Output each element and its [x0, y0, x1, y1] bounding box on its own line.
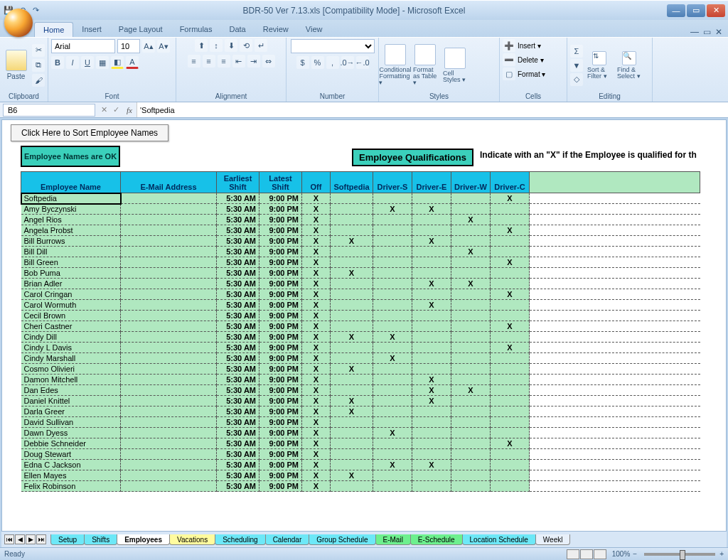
- fill-icon[interactable]: ▼: [570, 59, 583, 72]
- data-cell[interactable]: 9:00 PM: [259, 247, 302, 257]
- cancel-formula-icon[interactable]: ✕: [98, 105, 110, 114]
- employee-name-cell[interactable]: Daniel Knittel: [21, 396, 121, 406]
- data-cell[interactable]: [373, 470, 412, 481]
- data-cell[interactable]: [491, 460, 530, 470]
- data-cell[interactable]: [121, 353, 217, 364]
- data-cell[interactable]: [373, 396, 412, 406]
- find-select-button[interactable]: 🔍Find & Select ▾: [616, 48, 643, 82]
- currency-icon[interactable]: $: [296, 56, 309, 69]
- employee-name-cell[interactable]: Cindy Marshall: [21, 353, 121, 364]
- data-cell[interactable]: [451, 257, 491, 268]
- data-cell[interactable]: 9:00 PM: [259, 321, 302, 332]
- align-center-icon[interactable]: ≡: [203, 55, 215, 68]
- empty-cell[interactable]: [530, 300, 700, 311]
- align-bottom-icon[interactable]: ⬇: [225, 39, 237, 52]
- mdi-restore-icon[interactable]: ▭: [703, 27, 711, 37]
- data-cell[interactable]: [373, 481, 412, 492]
- data-cell[interactable]: X: [491, 321, 530, 332]
- employee-name-cell[interactable]: Angela Probst: [21, 225, 121, 236]
- data-cell[interactable]: [491, 353, 530, 364]
- col-header[interactable]: Driver-S: [373, 172, 412, 193]
- data-cell[interactable]: X: [491, 225, 530, 236]
- data-cell[interactable]: [121, 215, 217, 225]
- employee-name-cell[interactable]: Darla Greer: [21, 406, 121, 417]
- data-cell[interactable]: X: [331, 396, 373, 406]
- data-cell[interactable]: 9:00 PM: [259, 375, 302, 385]
- employee-name-cell[interactable]: Dawn Dyess: [21, 428, 121, 438]
- data-cell[interactable]: 5:30 AM: [217, 225, 259, 236]
- empty-cell[interactable]: [530, 353, 700, 364]
- data-cell[interactable]: X: [302, 396, 331, 406]
- window-close[interactable]: ✕: [707, 4, 725, 17]
- grow-font-icon[interactable]: A▴: [142, 40, 155, 53]
- fx-icon[interactable]: fx: [122, 106, 136, 114]
- employee-name-cell[interactable]: Debbie Schneider: [21, 438, 121, 449]
- data-cell[interactable]: [373, 364, 412, 375]
- data-cell[interactable]: [491, 385, 530, 396]
- data-cell[interactable]: X: [451, 385, 491, 396]
- data-cell[interactable]: [373, 375, 412, 385]
- empty-cell[interactable]: [530, 417, 700, 428]
- employee-name-cell[interactable]: Bill Burrows: [21, 236, 121, 247]
- data-cell[interactable]: 9:00 PM: [259, 193, 302, 204]
- data-cell[interactable]: 5:30 AM: [217, 428, 259, 438]
- sheet-tab-setup[interactable]: Setup: [50, 534, 85, 545]
- data-cell[interactable]: X: [331, 470, 373, 481]
- ribbon-tab-review[interactable]: Review: [255, 22, 297, 37]
- data-cell[interactable]: 9:00 PM: [259, 311, 302, 321]
- data-cell[interactable]: 5:30 AM: [217, 385, 259, 396]
- data-cell[interactable]: [373, 300, 412, 311]
- data-cell[interactable]: X: [491, 343, 530, 353]
- data-cell[interactable]: 5:30 AM: [217, 438, 259, 449]
- data-cell[interactable]: 5:30 AM: [217, 311, 259, 321]
- data-cell[interactable]: [373, 225, 412, 236]
- underline-icon[interactable]: U: [81, 56, 94, 69]
- data-cell[interactable]: 5:30 AM: [217, 396, 259, 406]
- percent-icon[interactable]: %: [311, 56, 324, 69]
- data-cell[interactable]: X: [302, 449, 331, 460]
- data-cell[interactable]: [412, 268, 451, 279]
- data-cell[interactable]: X: [302, 204, 331, 215]
- data-cell[interactable]: 5:30 AM: [217, 236, 259, 247]
- empty-cell[interactable]: [530, 236, 700, 247]
- number-format-select[interactable]: [291, 39, 375, 53]
- empty-cell[interactable]: [530, 460, 700, 470]
- empty-cell[interactable]: [530, 396, 700, 406]
- data-cell[interactable]: X: [373, 204, 412, 215]
- mdi-close-icon[interactable]: ✕: [715, 27, 722, 37]
- data-cell[interactable]: [331, 460, 373, 470]
- data-cell[interactable]: 9:00 PM: [259, 406, 302, 417]
- data-cell[interactable]: X: [302, 225, 331, 236]
- data-cell[interactable]: 5:30 AM: [217, 279, 259, 289]
- col-header[interactable]: E-Mail Address: [121, 172, 217, 193]
- ribbon-tab-page-layout[interactable]: Page Layout: [110, 22, 171, 37]
- data-cell[interactable]: [331, 193, 373, 204]
- employee-name-cell[interactable]: Felix Robinson: [21, 481, 121, 492]
- data-cell[interactable]: [451, 417, 491, 428]
- employee-name-cell[interactable]: Carol Wormuth: [21, 300, 121, 311]
- data-cell[interactable]: X: [331, 332, 373, 343]
- increase-indent-icon[interactable]: ⇥: [247, 55, 260, 68]
- data-cell[interactable]: [451, 481, 491, 492]
- data-cell[interactable]: [121, 279, 217, 289]
- sheet-tab-location-schedule[interactable]: Location Schedule: [462, 534, 536, 545]
- data-cell[interactable]: [331, 300, 373, 311]
- data-cell[interactable]: [412, 321, 451, 332]
- data-cell[interactable]: [491, 300, 530, 311]
- data-cell[interactable]: X: [412, 460, 451, 470]
- data-cell[interactable]: 9:00 PM: [259, 438, 302, 449]
- data-cell[interactable]: [121, 268, 217, 279]
- employee-name-cell[interactable]: Bill Green: [21, 257, 121, 268]
- data-cell[interactable]: X: [302, 375, 331, 385]
- data-cell[interactable]: X: [412, 204, 451, 215]
- data-cell[interactable]: [331, 353, 373, 364]
- increase-decimal-icon[interactable]: .0→: [341, 56, 354, 69]
- data-cell[interactable]: X: [412, 375, 451, 385]
- data-cell[interactable]: X: [491, 438, 530, 449]
- cell-styles-button[interactable]: Cell Styles ▾: [441, 45, 469, 86]
- data-cell[interactable]: 5:30 AM: [217, 375, 259, 385]
- data-cell[interactable]: [451, 449, 491, 460]
- data-cell[interactable]: [331, 321, 373, 332]
- copy-icon[interactable]: ⧉: [32, 59, 45, 72]
- data-cell[interactable]: X: [302, 279, 331, 289]
